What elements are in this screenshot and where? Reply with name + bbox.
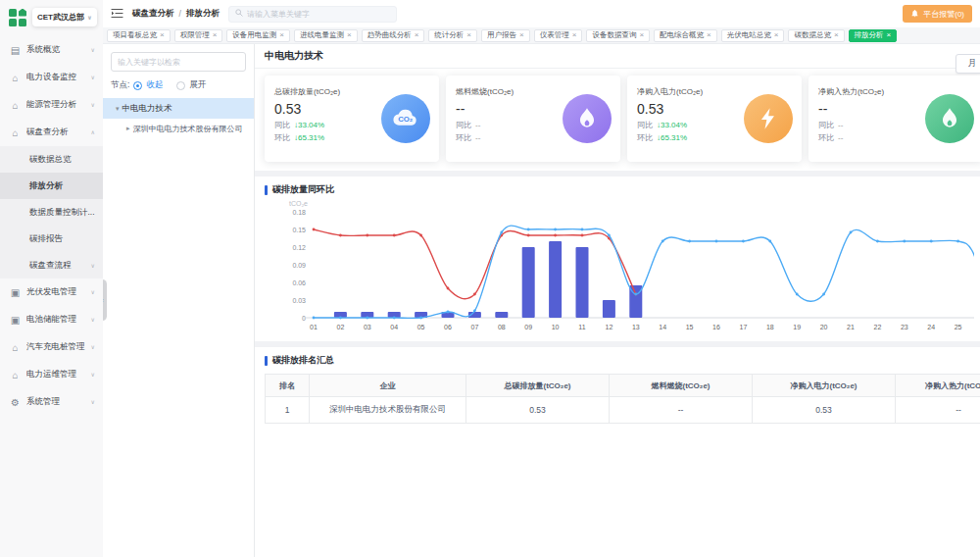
svg-text:20: 20 xyxy=(820,324,828,330)
sidebar-item-label: 能源管理分析 xyxy=(26,99,85,111)
tab-close-icon[interactable]: × xyxy=(887,31,892,39)
svg-text:18: 18 xyxy=(766,324,774,330)
period-month-button[interactable]: 月 xyxy=(956,54,980,74)
sidebar-item-电池储能管理[interactable]: ▣电池储能管理∨ xyxy=(0,306,103,333)
sidebar-item-光伏发电管理[interactable]: ▣光伏发电管理∨ xyxy=(0,278,103,306)
table-cell: 0.53 xyxy=(753,397,896,424)
tree-node-options: 节点: 收起 展开 xyxy=(103,79,254,98)
radio-expand[interactable] xyxy=(176,81,185,90)
mom-value: -- xyxy=(475,132,480,145)
kpi-card-燃料燃烧(tCO₂e): 燃料燃烧(tCO₂e)--同比--环比-- xyxy=(446,76,620,162)
sidebar-subitem-数据质量控制计...[interactable]: 数据质量控制计... xyxy=(0,199,103,226)
sidebar-item-电力运维管理[interactable]: ⌂电力运维管理∨ xyxy=(0,361,103,388)
tab-close-icon[interactable]: × xyxy=(519,31,524,39)
tab-label: 权限管理 xyxy=(180,30,210,40)
tab-排放分析[interactable]: 排放分析× xyxy=(849,29,898,42)
tab-仪表管理[interactable]: 仪表管理× xyxy=(534,29,583,42)
tab-close-icon[interactable]: × xyxy=(774,31,779,39)
tab-close-icon[interactable]: × xyxy=(639,31,644,39)
yoy-label: 同比 xyxy=(456,120,471,132)
sidebar-item-能源管理分析[interactable]: ⌂能源管理分析∨ xyxy=(0,91,103,119)
caret-down-icon[interactable]: ▾ xyxy=(116,105,120,113)
tab-label: 光伏电站总览 xyxy=(727,30,771,40)
sidebar-subitem-排放分析[interactable]: 排放分析 xyxy=(0,173,103,199)
svg-text:19: 19 xyxy=(793,324,801,330)
org-switcher[interactable]: CET武汉总部 ∨ xyxy=(32,8,97,26)
sidebar-subitem-label: 碳排报告 xyxy=(29,233,63,245)
column-header-燃料燃烧(tCO₂e): 燃料燃烧(tCO₂e) xyxy=(610,375,753,397)
tab-设备用电监测[interactable]: 设备用电监测× xyxy=(226,29,290,42)
sidebar-subitem-碳数据总览[interactable]: 碳数据总览 xyxy=(0,146,103,173)
sidebar-item-label: 系统管理 xyxy=(26,396,85,408)
sidebar-item-系统概览[interactable]: ▤系统概览∨ xyxy=(0,36,103,64)
tab-close-icon[interactable]: × xyxy=(834,31,839,39)
tree-search-input[interactable] xyxy=(118,58,239,67)
tab-用户报告[interactable]: 用户报告× xyxy=(481,29,530,42)
sidebar-item-label: 电力运维管理 xyxy=(26,369,85,380)
tab-close-icon[interactable]: × xyxy=(572,31,577,39)
sidebar-subitem-碳盘查流程[interactable]: 碳盘查流程∨ xyxy=(0,252,103,278)
sidebar-subitem-碳排报告[interactable]: 碳排报告 xyxy=(0,226,103,252)
chevron-up-icon: ∧ xyxy=(91,129,95,135)
tab-碳数据总览[interactable]: 碳数据总览× xyxy=(788,29,844,42)
radio-collapse-label[interactable]: 收起 xyxy=(146,79,163,91)
sidebar-item-label: 汽车充电桩管理 xyxy=(26,341,85,353)
tab-close-icon[interactable]: × xyxy=(160,31,165,39)
tab-label: 项目看板总览 xyxy=(113,30,157,40)
tab-光伏电站总览[interactable]: 光伏电站总览× xyxy=(721,29,785,42)
menu-fold-icon[interactable] xyxy=(111,8,123,21)
ranking-section: 碳排放排名汇总 排名企业总碳排放量(tCO₂e)燃料燃烧(tCO₂e)净购入电力… xyxy=(255,347,980,430)
tab-close-icon[interactable]: × xyxy=(415,31,419,39)
lightning-icon xyxy=(744,94,793,143)
open-tabs-bar: 项目看板总览×权限管理×设备用电监测×进线电量监测×趋势曲线分析×统计分析×用户… xyxy=(103,27,980,44)
tab-label: 趋势曲线分析 xyxy=(368,30,412,40)
breadcrumb-current: 排放分析 xyxy=(186,8,220,20)
tab-close-icon[interactable]: × xyxy=(279,31,284,39)
sidebar-subitem-label: 碳盘查流程 xyxy=(29,260,72,272)
tab-label: 设备用电监测 xyxy=(232,30,276,40)
home-icon: ⌂ xyxy=(10,342,21,353)
table-title: 碳排放排名汇总 xyxy=(272,354,334,367)
tab-统计分析[interactable]: 统计分析× xyxy=(428,29,477,42)
tab-close-icon[interactable]: × xyxy=(466,31,471,39)
tab-设备数据查询[interactable]: 设备数据查询× xyxy=(586,29,650,42)
chevron-down-icon: ∨ xyxy=(91,289,95,295)
svg-text:11: 11 xyxy=(578,324,585,330)
svg-text:0.09: 0.09 xyxy=(292,262,306,269)
tree-child-label: 深圳中电电力技术股份有限公司 xyxy=(133,124,243,134)
caret-right-icon[interactable]: ▸ xyxy=(126,125,130,132)
column-header-总碳排放量(tCO₂e): 总碳排放量(tCO₂e) xyxy=(466,375,610,397)
tab-配电综合概览[interactable]: 配电综合概览× xyxy=(654,29,717,42)
mom-value: -- xyxy=(838,132,843,145)
tab-label: 进线电量监测 xyxy=(300,30,344,40)
title-marker xyxy=(265,185,268,195)
menu-search-input[interactable] xyxy=(247,10,390,19)
tab-权限管理[interactable]: 权限管理× xyxy=(174,29,223,42)
sidebar-item-电力设备监控[interactable]: ⌂电力设备监控∨ xyxy=(0,64,103,91)
tab-进线电量监测[interactable]: 进线电量监测× xyxy=(294,29,358,42)
tab-close-icon[interactable]: × xyxy=(707,31,711,39)
platform-alarm-button[interactable]: 平台报警(0) xyxy=(903,5,972,23)
tab-趋势曲线分析[interactable]: 趋势曲线分析× xyxy=(362,29,425,42)
breadcrumb-separator: / xyxy=(179,9,181,19)
mom-label: 环比 xyxy=(637,132,653,145)
column-header-排名: 排名 xyxy=(266,375,310,397)
tree-node-child[interactable]: ▸ 深圳中电电力技术股份有限公司 xyxy=(103,119,254,138)
kpi-card-净购入电力(tCO₂e): 净购入电力(tCO₂e)0.53同比↓33.04%环比↓65.31% xyxy=(627,76,802,162)
radio-expand-label[interactable]: 展开 xyxy=(189,79,206,91)
tab-close-icon[interactable]: × xyxy=(347,31,352,39)
radio-collapse[interactable] xyxy=(133,81,142,90)
tree-search xyxy=(111,52,246,72)
org-name: CET武汉总部 xyxy=(37,12,84,23)
chevron-down-icon: ∨ xyxy=(91,75,95,80)
breadcrumb-parent[interactable]: 碳盘查分析 xyxy=(132,8,174,20)
sidebar-item-汽车充电桩管理[interactable]: ⌂汽车充电桩管理∨ xyxy=(0,333,103,361)
bell-icon xyxy=(910,9,919,20)
sidebar-item-碳盘查分析[interactable]: ⌂碳盘查分析∧ xyxy=(0,119,103,146)
chevron-down-icon: ∨ xyxy=(91,372,95,378)
sidebar-item-系统管理[interactable]: ⚙系统管理∨ xyxy=(0,388,103,416)
sidebar-menu: ▤系统概览∨⌂电力设备监控∨⌂能源管理分析∨⌂碳盘查分析∧碳数据总览排放分析数据… xyxy=(0,36,103,416)
tab-close-icon[interactable]: × xyxy=(213,31,218,39)
tree-node-root[interactable]: ▾ 中电电力技术 xyxy=(103,98,254,119)
tab-项目看板总览[interactable]: 项目看板总览× xyxy=(107,29,171,42)
